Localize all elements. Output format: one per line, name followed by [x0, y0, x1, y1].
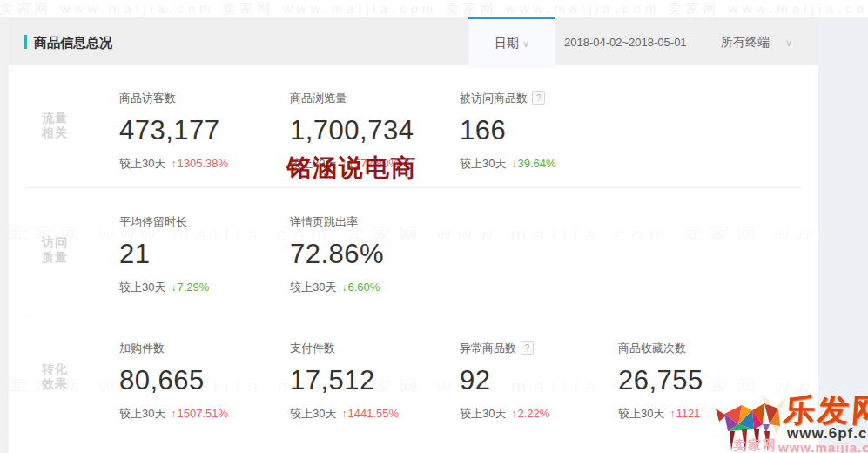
bottom-divider — [9, 436, 818, 436]
change-percent: 6.60% — [341, 281, 380, 294]
metric-change: 较上30天2.22% — [460, 406, 621, 422]
metric-value: 473,177 — [119, 115, 280, 146]
terminal-filter-dropdown[interactable]: 所有终端∨ — [721, 35, 792, 51]
metric-value: 21 — [119, 239, 280, 270]
row-separator — [26, 314, 801, 314]
metric-item-abnormal-products[interactable]: 异常商品数? 92 较上30天2.22% — [460, 341, 621, 422]
group-label-conversion: 转化效果 — [42, 362, 70, 391]
metric-value: 166 — [460, 115, 621, 146]
metric-title: 异常商品数? — [460, 341, 621, 356]
change-percent: 2.22% — [511, 407, 549, 420]
tab-date-label: 日期 — [495, 36, 519, 50]
metrics-panel: 流量相关 商品访客数 473,177 较上30天1305.38% 商品浏览量 1… — [9, 65, 818, 436]
metric-item-visitors[interactable]: 商品访客数 473,177 较上30天1305.38% — [119, 91, 280, 172]
row-separator — [26, 187, 801, 188]
metric-item-visited-products[interactable]: 被访问商品数? 166 较上30天39.64% — [460, 91, 621, 172]
terminal-filter-label: 所有终端 — [721, 35, 770, 49]
help-icon[interactable]: ? — [532, 91, 545, 105]
metric-item-avg-stay[interactable]: 平均停留时长 21 较上30天7.29% — [119, 214, 280, 295]
change-percent: 39.64% — [511, 157, 555, 170]
change-percent: 1572.80% — [341, 157, 399, 170]
metric-title: 支付件数 — [290, 341, 451, 356]
metric-change: 较上30天7.29% — [119, 280, 280, 295]
page-title: 商品信息总况 — [34, 35, 112, 51]
change-percent: 7.29% — [171, 281, 209, 294]
change-percent: 1507.51% — [171, 407, 228, 420]
section-header-band: 商品信息总况 日期∨ 2018-04-02~2018-05-01 所有终端∨ — [9, 17, 818, 65]
right-gutter — [818, 17, 868, 453]
date-range-value: 2018-04-02~2018-05-01 — [564, 36, 687, 49]
left-gutter — [0, 17, 9, 453]
help-icon[interactable]: ? — [521, 341, 534, 355]
metric-title: 平均停留时长 — [119, 214, 280, 230]
sycm-product-overview-page: { "icons": { "chevron_down": "∨", "help"… — [0, 0, 868, 453]
metric-change: 较上30天1305.38% — [119, 156, 280, 172]
metric-value: 17,512 — [290, 365, 451, 396]
metric-change: 较上30天1121 — [618, 406, 779, 422]
metric-value: 1,700,734 — [290, 115, 451, 146]
faint-watermark-row: 卖家网 www.maijia.com 卖家网 www.maijia.com 卖家… — [0, 1, 868, 17]
metric-item-pageviews[interactable]: 商品浏览量 1,700,734 较上30天1572.80% — [290, 91, 451, 172]
change-percent: 1441.55% — [341, 407, 399, 420]
metric-item-favorites[interactable]: 商品收藏次数 26,755 较上30天1121 — [618, 341, 779, 422]
tab-date-selector[interactable]: 日期∨ — [468, 17, 555, 68]
metric-value: 26,755 — [618, 365, 779, 396]
chevron-down-icon: ∨ — [785, 37, 792, 48]
metric-title: 商品浏览量 — [290, 91, 451, 106]
accent-bar — [24, 35, 27, 49]
metric-item-cart-adds[interactable]: 加购件数 80,665 较上30天1507.51% — [119, 341, 280, 422]
metric-title: 商品访客数 — [119, 91, 280, 106]
chevron-down-icon: ∨ — [522, 38, 529, 49]
maijia-name-text: 卖家网 — [733, 437, 777, 453]
metric-value: 72.86% — [290, 239, 451, 270]
metric-value: 80,665 — [119, 365, 280, 396]
metric-item-bounce-rate[interactable]: 详情页跳出率 72.86% 较上30天6.60% — [290, 214, 451, 295]
metric-title: 加购件数 — [119, 341, 280, 356]
metric-change: 较上30天1572.80% — [290, 156, 451, 172]
metric-title: 详情页跳出率 — [290, 214, 451, 230]
metric-value: 92 — [460, 365, 621, 396]
metric-change: 较上30天39.64% — [460, 156, 621, 172]
metric-title: 商品收藏次数 — [618, 341, 779, 356]
group-label-traffic: 流量相关 — [42, 111, 70, 140]
change-percent: 1121 — [670, 407, 700, 420]
metric-change: 较上30天6.60% — [290, 280, 451, 295]
metric-title: 被访问商品数? — [460, 91, 621, 106]
metric-change: 较上30天1441.55% — [290, 406, 451, 422]
metric-item-paid-items[interactable]: 支付件数 17,512 较上30天1441.55% — [290, 341, 451, 422]
metric-change: 较上30天1507.51% — [119, 406, 280, 422]
change-percent: 1305.38% — [171, 157, 228, 170]
group-label-quality: 访问质量 — [42, 235, 70, 265]
